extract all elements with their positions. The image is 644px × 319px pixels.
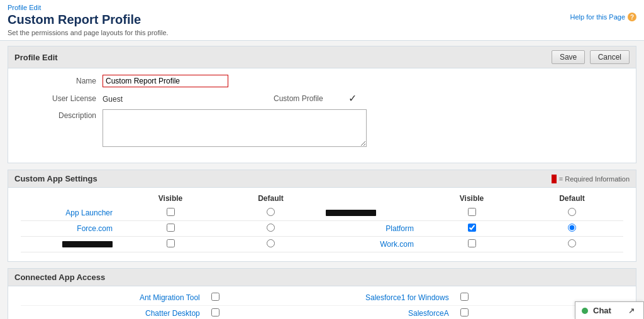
connected-chatterdesktop-check[interactable] — [211, 308, 219, 316]
chat-dot — [582, 308, 588, 314]
save-button[interactable]: Save — [552, 50, 585, 64]
help-link[interactable]: Help for this Page ? — [570, 13, 636, 21]
name-input[interactable] — [103, 75, 228, 87]
chat-arrow-icon: ↗ — [628, 306, 635, 315]
user-license-value: Guest Custom Profile ✓ — [103, 92, 623, 104]
name-row: Name — [21, 75, 623, 87]
profile-edit-title: Profile Edit — [14, 53, 58, 62]
app-redacted2-visible[interactable] — [167, 239, 175, 247]
app-redacted1-visible[interactable] — [468, 208, 476, 216]
profile-edit-section: Profile Edit Save Cancel Name User Licen… — [8, 46, 636, 163]
app-row-2: Force.com Platform — [21, 221, 623, 237]
col-default-right: Default — [521, 192, 623, 205]
app-name-workcom: Work.com — [322, 237, 423, 252]
chat-label: Chat — [593, 306, 611, 315]
col-visible-right: Visible — [423, 192, 521, 205]
app-forcecom-default[interactable] — [267, 224, 275, 232]
app-name-launcher: App Launcher — [21, 205, 121, 221]
user-license-text: Guest — [103, 93, 123, 104]
help-icon: ? — [628, 13, 636, 21]
connected-label-sf1win: Salesforce1 for Windows — [365, 293, 449, 302]
chat-widget[interactable]: Chat ↗ — [575, 301, 644, 319]
app-launcher-default[interactable] — [267, 208, 275, 216]
connected-sf1win-check[interactable] — [460, 293, 469, 301]
req-info-text: = Required Information — [559, 175, 630, 183]
custom-app-header: Custom App Settings = Required Informati… — [8, 170, 636, 188]
connected-app-title: Connected App Access — [14, 273, 105, 282]
app-name-forcecom: Force.com — [21, 221, 121, 237]
connected-ant-check[interactable] — [211, 293, 219, 301]
app-redacted2-default[interactable] — [267, 239, 275, 247]
description-row: Description — [21, 109, 623, 149]
col-visible-left: Visible — [121, 192, 219, 205]
app-row-3: Work.com — [21, 237, 623, 252]
app-row-1: App Launcher — [21, 205, 623, 221]
description-control — [103, 109, 623, 149]
app-name-redacted1 — [322, 205, 423, 221]
profile-edit-header: Profile Edit Save Cancel — [8, 46, 636, 68]
connected-label-sfA: SalesforceA — [408, 309, 449, 318]
connected-label-chatterdesktop: Chatter Desktop — [145, 309, 200, 318]
connected-sfA-check[interactable] — [460, 308, 469, 316]
app-platform-default[interactable] — [568, 224, 576, 232]
app-name-redacted2 — [21, 237, 121, 252]
description-label: Description — [21, 109, 103, 120]
custom-app-section: Custom App Settings = Required Informati… — [8, 170, 636, 262]
name-label: Name — [21, 75, 103, 85]
app-name-platform: Platform — [322, 221, 423, 237]
user-license-label: User License — [21, 92, 103, 103]
app-workcom-default[interactable] — [568, 239, 576, 247]
name-control — [103, 75, 623, 87]
custom-app-body: Visible Default Visible Default App Laun… — [8, 188, 636, 261]
connected-app-section: Connected App Access Ant Migration Tool … — [8, 268, 636, 319]
custom-app-title: Custom App Settings — [14, 174, 97, 183]
app-forcecom-visible[interactable] — [167, 224, 175, 232]
connected-row-2: Chatter Desktop SalesforceA — [21, 306, 623, 319]
connected-row-1: Ant Migration Tool Salesforce1 for Windo… — [21, 290, 623, 306]
profile-edit-body: Name User License Guest Custom Profile ✓ — [8, 68, 636, 163]
cancel-button[interactable]: Cancel — [590, 50, 630, 64]
custom-profile-check: ✓ — [348, 92, 357, 104]
connected-app-body: Ant Migration Tool Salesforce1 for Windo… — [8, 286, 636, 319]
page-title: Custom Report Profile — [8, 13, 636, 27]
app-launcher-visible[interactable] — [167, 208, 175, 216]
page-subtitle: Set the permissions and page layouts for… — [8, 29, 636, 36]
col-default-left: Default — [219, 192, 322, 205]
app-redacted1-default[interactable] — [568, 208, 576, 216]
app-platform-visible[interactable] — [468, 224, 476, 232]
connected-label-ant: Ant Migration Tool — [140, 293, 200, 302]
req-box-icon — [552, 175, 557, 183]
connected-app-header: Connected App Access — [8, 269, 636, 286]
app-workcom-visible[interactable] — [468, 239, 476, 247]
help-link-text: Help for this Page — [570, 13, 625, 21]
breadcrumb: Profile Edit — [8, 4, 636, 11]
description-input[interactable] — [103, 109, 367, 147]
user-license-row: User License Guest Custom Profile ✓ — [21, 92, 623, 104]
app-settings-table: Visible Default Visible Default App Laun… — [21, 192, 623, 252]
custom-profile-label: Custom Profile — [274, 94, 323, 103]
required-info: = Required Information — [552, 175, 630, 183]
